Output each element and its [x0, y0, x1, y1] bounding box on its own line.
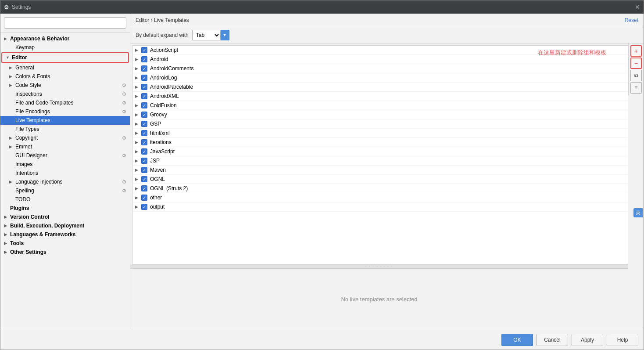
sidebar-item-version-control[interactable]: ▶ Version Control [0, 213, 130, 221]
sidebar-item-gui-designer[interactable]: GUI Designer ⚙ [0, 151, 130, 160]
cancel-button[interactable]: Cancel [537, 334, 568, 346]
sidebar-item-images[interactable]: Images [0, 160, 130, 169]
list-item[interactable]: ▶ JavaScript [132, 147, 628, 156]
checkbox-icon[interactable] [141, 65, 147, 72]
plus-icon: + [634, 47, 638, 54]
group-name: other [150, 195, 162, 201]
list-item[interactable]: ▶ ActionScript [132, 46, 628, 55]
apply-button[interactable]: Apply [572, 334, 603, 346]
checkbox-icon[interactable] [141, 158, 147, 164]
list-item[interactable]: ▶ OGNL (Struts 2) [132, 184, 628, 193]
group-name: GSP [150, 121, 161, 127]
list-item[interactable]: ▶ JSP [132, 156, 628, 166]
list-item[interactable]: ▶ Maven [132, 166, 628, 175]
ok-button[interactable]: OK [501, 334, 533, 346]
expand-arrow-icon: ▶ [135, 112, 140, 117]
sidebar-item-file-code-templates[interactable]: File and Code Templates ⚙ [0, 98, 130, 107]
list-item[interactable]: ▶ output [132, 202, 628, 212]
list-item[interactable]: ▶ Groovy [132, 110, 628, 119]
search-input[interactable] [4, 17, 126, 29]
list-item[interactable]: ▶ GSP [132, 119, 628, 129]
list-item[interactable]: ▶ AndroidXML [132, 92, 628, 101]
expand-arrow-icon: ▶ [135, 177, 140, 181]
list-item[interactable]: ▶ AndroidParcelable [132, 83, 628, 92]
remove-button[interactable]: − [630, 58, 642, 69]
sidebar-item-editor[interactable]: ▼ Editor [2, 53, 128, 62]
sidebar-item-label: Emmet [15, 144, 126, 150]
sidebar-item-label: File Encodings [15, 108, 120, 115]
checkbox-icon[interactable] [141, 148, 147, 155]
checkbox-icon[interactable] [141, 56, 147, 62]
checkbox-icon[interactable] [141, 84, 147, 90]
sidebar-item-general[interactable]: ▶ General [0, 63, 130, 72]
group-name: Maven [150, 167, 166, 173]
sidebar-item-copyright[interactable]: ▶ Copyright ⚙ [0, 134, 130, 142]
lang-badge[interactable]: 英 [633, 208, 643, 217]
title-bar: ⚙ Settings ✕ [0, 0, 644, 14]
group-name: AndroidXML [150, 93, 179, 99]
list-item[interactable]: ▶ AndroidComments [132, 64, 628, 73]
sidebar-item-label: Spelling [15, 188, 120, 194]
checkbox-icon[interactable] [141, 130, 147, 136]
checkbox-icon[interactable] [141, 102, 147, 108]
expand-label: By default expand with [136, 32, 189, 38]
sidebar-item-build-exec[interactable]: ▶ Build, Execution, Deployment [0, 221, 130, 230]
checkbox-icon[interactable] [141, 112, 147, 118]
sidebar-item-other-settings[interactable]: ▶ Other Settings [0, 248, 130, 256]
add-button[interactable]: + [630, 45, 642, 57]
group-name: Android [150, 56, 168, 62]
bottom-panel: No live templates are selected [130, 268, 628, 330]
checkbox-icon[interactable] [141, 139, 147, 145]
list-item[interactable]: ▶ other [132, 193, 628, 202]
checkbox-icon[interactable] [141, 195, 147, 201]
expand-select[interactable]: Tab Enter Space [192, 30, 221, 40]
checkbox-icon[interactable] [141, 176, 147, 182]
checkbox-icon[interactable] [141, 121, 147, 127]
sidebar-item-languages[interactable]: ▶ Languages & Frameworks [0, 230, 130, 239]
sidebar-item-code-style[interactable]: ▶ Code Style ⚙ [0, 81, 130, 90]
dropdown-arrow-icon: ▼ [223, 33, 227, 37]
list-item[interactable]: ▶ AndroidLog [132, 73, 628, 83]
reset-button[interactable]: Reset [625, 17, 638, 23]
expand-arrow-icon: ▶ [135, 122, 140, 126]
expand-arrow-icon: ▶ [135, 76, 140, 80]
expand-select-wrap: Tab Enter Space ▼ [192, 30, 229, 40]
template-area: 在这里新建或删除组和模板 ▶ ActionScript ▶ Android [130, 43, 644, 330]
list-item[interactable]: ▶ OGNL [132, 175, 628, 184]
checkbox-icon[interactable] [141, 185, 147, 191]
checkbox-icon[interactable] [141, 167, 147, 173]
checkbox-icon[interactable] [141, 93, 147, 99]
sidebar-item-inspections[interactable]: Inspections ⚙ [0, 90, 130, 98]
sidebar-item-live-templates[interactable]: Live Templates [0, 116, 130, 125]
sidebar-item-appearance[interactable]: ▶ Appearance & Behavior [0, 34, 130, 43]
expand-arrow-icon: ▶ [135, 94, 140, 98]
checkbox-icon[interactable] [141, 204, 147, 210]
resize-handle[interactable]: · · · · · · · · [130, 265, 628, 268]
copy-button[interactable]: ⧉ [630, 70, 642, 81]
sidebar-item-file-encodings[interactable]: File Encodings ⚙ [0, 107, 130, 116]
help-button[interactable]: Help [607, 334, 638, 346]
sidebar-item-spelling[interactable]: Spelling ⚙ [0, 186, 130, 195]
sidebar-item-emmet[interactable]: ▶ Emmet [0, 142, 130, 151]
list-item[interactable]: ▶ html/xml [132, 129, 628, 138]
list-item[interactable]: ▶ iterations [132, 138, 628, 147]
sidebar-item-tools[interactable]: ▶ Tools [0, 239, 130, 248]
checkbox-icon[interactable] [141, 75, 147, 81]
list-button[interactable]: ≡ [630, 82, 642, 94]
close-button[interactable]: ✕ [635, 4, 640, 11]
sidebar-item-lang-injections[interactable]: ▶ Language Injections ⚙ [0, 177, 130, 186]
expand-dropdown-button[interactable]: ▼ [221, 30, 229, 40]
sidebar-item-colors-fonts[interactable]: ▶ Colors & Fonts [0, 72, 130, 81]
expand-arrow-icon: ▶ [135, 186, 140, 191]
list-item[interactable]: ▶ Android [132, 55, 628, 64]
sidebar-item-intentions[interactable]: Intentions [0, 169, 130, 177]
sidebar-item-plugins[interactable]: Plugins [0, 204, 130, 213]
list-item[interactable]: ▶ ColdFusion [132, 101, 628, 110]
sidebar-item-keymap[interactable]: Keymap [0, 43, 130, 52]
group-name: output [150, 204, 165, 210]
checkbox-icon[interactable] [141, 47, 147, 53]
sidebar-item-file-types[interactable]: File Types [0, 125, 130, 134]
sidebar-item-todo[interactable]: TODO [0, 195, 130, 204]
group-name: AndroidComments [150, 65, 193, 72]
search-box [0, 14, 130, 32]
